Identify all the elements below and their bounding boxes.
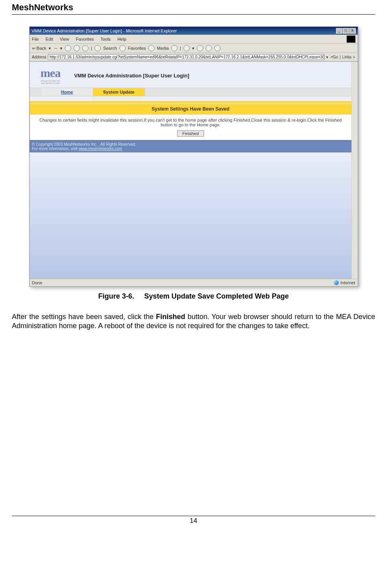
favorites-button[interactable]: Favorites [128,46,146,51]
address-label: Address [32,55,47,59]
favorites-icon[interactable] [119,45,126,51]
menu-tools[interactable]: Tools [100,37,111,41]
back-button[interactable]: ⇐ Back [32,46,47,51]
discuss-icon[interactable] [214,45,221,51]
media-button[interactable]: Media [157,46,169,51]
copyright-link[interactable]: www.meshnetworks.com [79,147,122,151]
ie-statusbar: Done Internet [30,279,358,286]
search-button[interactable]: Search [103,46,117,51]
content-area: mea MESH ENABLED ARCHITECTURE VMM Device… [30,62,358,279]
refresh-icon[interactable] [74,45,80,51]
ie-toolbar: ⇐ Back ▾→▾ | Search Favorites Media | ▾ [30,44,358,53]
tab-home[interactable]: Home [42,88,93,96]
home-icon[interactable] [82,45,89,51]
print-icon[interactable] [197,45,203,51]
browser-screenshot: VMM Device Administration [Super User Lo… [29,26,358,287]
message-box: Changes to certain fields might invalida… [30,114,352,140]
menu-view[interactable]: View [60,37,69,41]
nav-tabs: Home System Update [30,88,352,96]
history-icon[interactable] [171,45,177,51]
finished-button[interactable]: Finished [177,130,204,137]
copyright-text: © Copyright 2003 MeshNetworks Inc. , All… [32,142,349,147]
stop-icon[interactable] [65,45,71,51]
mea-header: mea MESH ENABLED ARCHITECTURE VMM Device… [30,62,352,88]
globe-icon [334,280,339,285]
scrollbar[interactable] [351,62,358,279]
minimize-button[interactable]: _ [336,28,342,34]
ie-logo-icon [347,36,355,43]
ie-title-text: VMM Device Administration [Super User Lo… [32,28,177,33]
ie-addressbar: Address http://172.16.1.53/admin/sysupda… [30,53,358,62]
figure-label: Figure 3-6. [98,292,134,300]
page-title: VMM Device Administration [Super User Lo… [74,73,189,79]
logo-text: mea [40,66,60,80]
mea-logo: mea MESH ENABLED ARCHITECTURE [33,66,68,85]
header-rule [12,14,375,15]
links-button[interactable]: Links [342,55,351,59]
status-internet: Internet [340,280,355,285]
menu-help[interactable]: Help [117,37,126,41]
saved-banner: System Settings Have Been Saved [30,104,352,114]
search-icon[interactable] [94,45,101,51]
edit-icon[interactable] [206,45,212,51]
figure-text: System Update Save Completed Web Page [144,292,289,300]
page-number: 14 [12,516,375,528]
copyright-bar: © Copyright 2003 MeshNetworks Inc. , All… [30,140,352,152]
body-paragraph: After the settings have been saved, clic… [12,312,375,330]
status-done: Done [32,280,42,285]
logo-sub2: ARCHITECTURE [41,82,60,85]
doc-header: MeshNetworks [12,0,375,14]
tab-system-update[interactable]: System Update [93,88,145,96]
menu-file[interactable]: File [32,37,39,41]
menu-favorites[interactable]: Favorites [76,37,94,41]
maximize-button[interactable]: □ [343,28,349,34]
ie-titlebar: VMM Device Administration [Super User Lo… [30,27,358,35]
yellow-divider [30,101,352,103]
menu-edit[interactable]: Edit [45,37,53,41]
mail-icon[interactable] [183,45,190,51]
ie-menubar: File Edit View Favorites Tools Help [30,35,358,44]
body-text-a: After the settings have been saved, clic… [12,313,156,321]
address-input[interactable]: http://172.16.1.53/admin/sysupdate.cgi?t… [48,54,324,60]
go-button[interactable]: ↗Go [330,55,338,59]
message-text: Changes to certain fields might invalida… [34,118,347,127]
copyright-text2: For more information, visit [32,147,79,151]
media-icon[interactable] [148,45,155,51]
body-text-bold: Finished [156,313,185,321]
figure-caption: Figure 3-6. System Update Save Completed… [12,292,375,301]
close-button[interactable]: X [349,28,356,34]
